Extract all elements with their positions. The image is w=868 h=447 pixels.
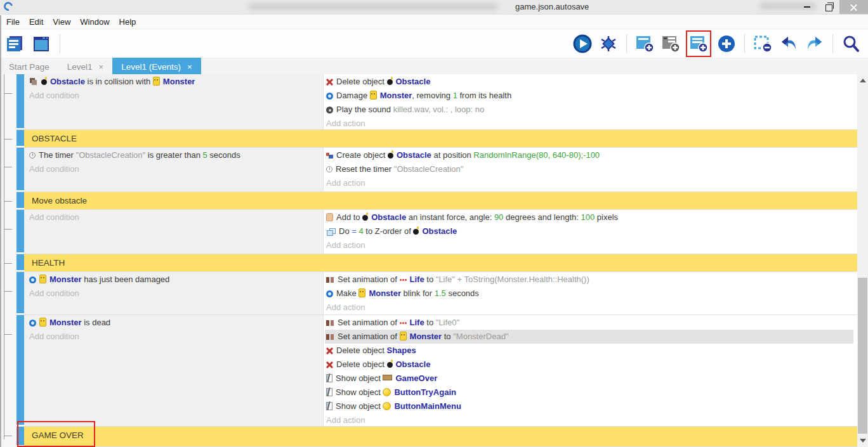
event-row[interactable]: Add conditionAdd to Obstacle an instant … <box>16 210 857 254</box>
scroll-down-icon[interactable] <box>860 439 866 443</box>
event-text: Create object <box>336 150 388 160</box>
add-condition-button[interactable]: Add condition <box>28 89 323 103</box>
project-manager-button[interactable] <box>4 32 25 55</box>
add-event-button[interactable] <box>634 32 655 55</box>
vertical-scrollbar[interactable] <box>857 74 868 447</box>
add-action-button[interactable]: Add action <box>325 117 857 131</box>
remove-event-button[interactable] <box>752 32 773 55</box>
event-drag-handle[interactable] <box>16 254 24 270</box>
action-line[interactable]: Delete object Shapes <box>325 344 857 358</box>
add-subevent-button[interactable] <box>660 32 681 55</box>
add-action-button[interactable]: Add action <box>325 176 857 190</box>
collision-icon <box>32 80 37 85</box>
actions-column: Set animation of Life to "Life" + ToStri… <box>324 272 857 314</box>
action-line[interactable]: Play the sound killed.wav, vol.: , loop:… <box>325 103 857 117</box>
event-text: Delete object <box>336 77 387 86</box>
scroll-up-icon[interactable] <box>860 79 866 82</box>
redacted-path-blur <box>249 3 497 10</box>
group-row[interactable]: HEALTH <box>16 254 857 272</box>
action-line[interactable]: Do = 4 to Z-order of Obstacle <box>325 224 857 238</box>
action-line[interactable]: Reset the timer "ObstacleCreation" <box>325 162 857 176</box>
action-line[interactable]: Set animation of Life to "Life0" <box>325 316 857 330</box>
object-name: Obstacle <box>50 77 85 86</box>
object-name: Monster <box>163 77 195 86</box>
event-row[interactable]: Obstacle is in collision with MonsterAdd… <box>16 74 857 130</box>
tab-level1[interactable]: Level1 × <box>58 58 112 75</box>
event-row[interactable]: The timer "ObstacleCreation" is greater … <box>16 148 857 192</box>
minimize-button[interactable] <box>796 0 818 14</box>
event-text: Show object <box>336 401 383 411</box>
add-condition-button[interactable]: Add condition <box>28 162 323 176</box>
damage-icon <box>326 93 333 100</box>
play-button[interactable] <box>572 32 593 55</box>
event-drag-handle[interactable] <box>16 210 24 252</box>
debug-button[interactable] <box>598 32 619 55</box>
action-line[interactable]: Delete object Obstacle <box>325 358 857 372</box>
event-drag-handle[interactable] <box>16 74 24 128</box>
undo-button[interactable] <box>778 32 799 55</box>
add-action-button[interactable]: Add action <box>325 301 857 314</box>
scene-editor-button[interactable] <box>30 32 52 55</box>
event-text: is in collision with <box>85 77 153 86</box>
action-line[interactable]: Make Monster blink for 1.5 seconds <box>325 287 857 301</box>
add-comment-button[interactable] <box>688 32 709 55</box>
event-row[interactable]: Monster has just been damagedAdd conditi… <box>16 272 857 315</box>
event-text: blink for <box>401 288 435 298</box>
condition-line[interactable]: Monster has just been damaged <box>28 273 323 287</box>
condition-line[interactable]: Obstacle is in collision with Monster <box>28 75 323 89</box>
add-circle-button[interactable] <box>716 32 737 55</box>
action-line[interactable]: Set animation of Monster to "MonsterDead… <box>325 330 853 344</box>
action-line[interactable]: Show object GameOver <box>325 372 857 385</box>
show-icon <box>326 374 332 382</box>
tab-close-icon[interactable]: × <box>187 62 192 72</box>
event-drag-handle[interactable] <box>16 272 24 313</box>
restore-button[interactable] <box>818 0 839 14</box>
event-text: has just been damaged <box>82 275 170 284</box>
group-row[interactable]: GAME OVER <box>16 427 857 447</box>
monster-icon <box>39 318 46 327</box>
action-line[interactable]: Delete object Obstacle <box>325 75 857 89</box>
condition-line[interactable]: The timer "ObstacleCreation" is greater … <box>28 148 323 162</box>
redo-button[interactable] <box>804 32 825 55</box>
redo-icon <box>805 34 824 53</box>
action-line[interactable]: Add to Obstacle an instant force, angle:… <box>325 211 857 224</box>
menu-file[interactable]: File <box>5 17 27 27</box>
tab-close-icon[interactable]: × <box>99 62 104 72</box>
anim-icon <box>326 334 329 340</box>
event-row[interactable]: Monster is deadAdd conditionSet animatio… <box>16 315 857 427</box>
group-row[interactable]: Move obstacle <box>16 192 857 210</box>
action-line[interactable]: Create object Obstacle at position Rando… <box>325 148 857 162</box>
play-icon <box>573 34 592 53</box>
button-icon <box>383 402 391 410</box>
event-text: 5 <box>203 150 207 160</box>
scrollbar-thumb[interactable] <box>858 278 867 434</box>
event-drag-handle[interactable] <box>16 148 24 190</box>
tab-level1-events[interactable]: Level1 (Events) × <box>112 58 201 75</box>
object-name: Obstacle <box>397 150 431 160</box>
event-text: seconds <box>207 150 240 160</box>
menu-help[interactable]: Help <box>118 17 143 27</box>
close-button[interactable] <box>839 0 868 14</box>
event-drag-handle[interactable] <box>16 130 24 146</box>
search-button[interactable] <box>840 32 862 55</box>
add-action-button[interactable]: Add action <box>325 238 857 252</box>
event-drag-handle[interactable] <box>16 315 24 425</box>
menu-window[interactable]: Window <box>79 17 116 27</box>
group-row[interactable]: OBSTACLE <box>16 130 857 148</box>
add-condition-button[interactable]: Add condition <box>28 330 323 344</box>
action-line[interactable]: Damage Monster, removing 1 from its heal… <box>325 89 857 103</box>
action-line[interactable]: Show object ButtonTryAgain <box>325 385 857 399</box>
menu-edit[interactable]: Edit <box>28 17 50 27</box>
condition-line[interactable]: Monster is dead <box>28 316 323 330</box>
add-action-button[interactable]: Add action <box>325 413 857 427</box>
event-drag-handle[interactable] <box>16 192 24 208</box>
event-drag-handle[interactable] <box>16 427 24 445</box>
action-line[interactable]: Set animation of Life to "Life" + ToStri… <box>325 273 857 287</box>
action-line[interactable]: Show object ButtonMainMenu <box>325 399 857 413</box>
menu-view[interactable]: View <box>51 17 77 27</box>
add-condition-button[interactable]: Add condition <box>28 287 323 301</box>
event-text: Show object <box>336 373 383 383</box>
tab-label: Level1 <box>67 62 93 72</box>
tab-start-page[interactable]: Start Page <box>0 58 58 75</box>
add-condition-button[interactable]: Add condition <box>28 211 323 224</box>
